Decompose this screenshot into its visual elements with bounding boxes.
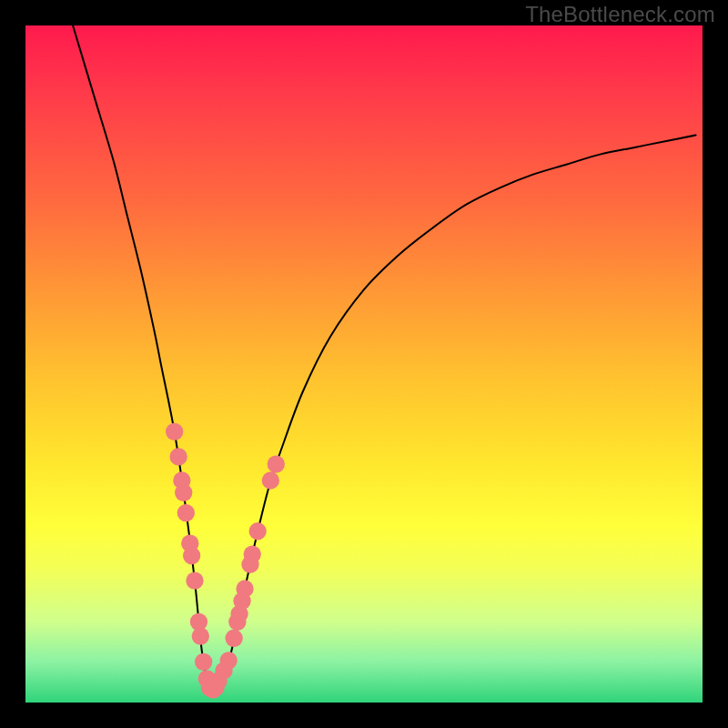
bottleneck-curve — [73, 25, 695, 693]
data-marker — [244, 545, 261, 562]
data-marker — [195, 653, 212, 671]
data-marker — [183, 547, 200, 564]
data-marker — [175, 484, 192, 501]
chart-frame: TheBottleneck.com — [0, 0, 728, 728]
data-marker — [177, 504, 195, 521]
data-marker — [225, 630, 242, 647]
attribution-watermark: TheBottleneck.com — [525, 2, 715, 27]
curve-layer — [25, 25, 703, 703]
data-marker — [169, 448, 187, 465]
marker-layer — [166, 423, 285, 699]
data-marker — [192, 627, 209, 644]
data-marker — [262, 471, 279, 489]
data-marker — [236, 580, 253, 597]
data-marker — [268, 455, 285, 472]
plot-area — [25, 25, 703, 703]
data-marker — [249, 522, 267, 540]
data-marker — [220, 652, 238, 669]
data-marker — [166, 423, 183, 440]
data-marker — [186, 571, 203, 589]
